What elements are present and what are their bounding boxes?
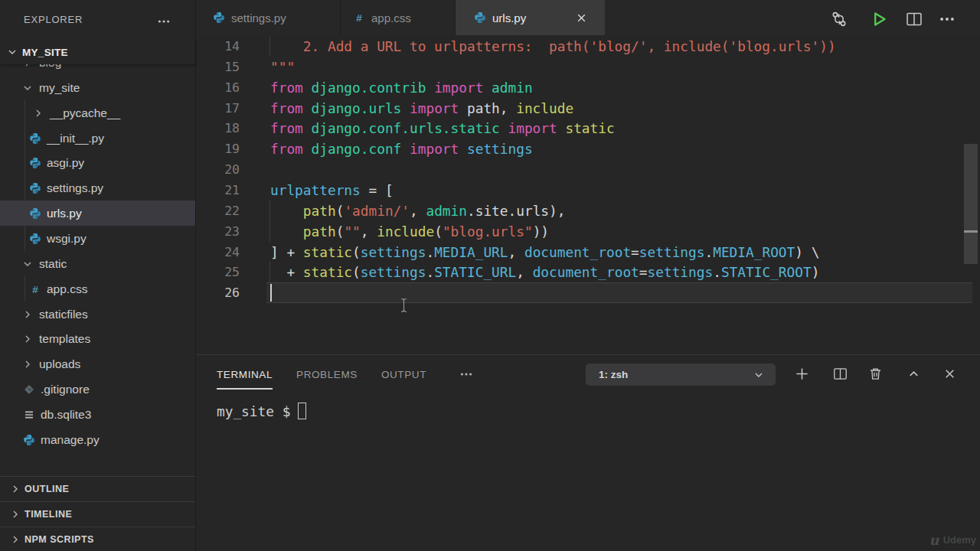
code-editor[interactable]: 14 2. Add a URL to urlpatterns: path('bl… <box>196 35 980 354</box>
python-file-icon <box>29 233 41 245</box>
code-line-18[interactable]: 18from django.conf.urls.static import st… <box>196 118 980 139</box>
chevron-down-icon <box>753 369 765 381</box>
shell-select-label: 1: zsh <box>599 369 628 380</box>
svg-text:#: # <box>32 283 38 295</box>
tree-item-static[interactable]: static <box>0 251 195 276</box>
code-line-23[interactable]: 23 path("", include("blog.urls")) <box>196 221 980 242</box>
tree-item-label: settings.py <box>47 181 103 195</box>
chevron-down-icon <box>21 258 34 270</box>
panel-tab-problems[interactable]: PROBLEMS <box>296 357 358 392</box>
chevron-right-icon <box>9 533 21 546</box>
tree-item-label: uploads <box>39 357 80 371</box>
section-label: TIMELINE <box>24 509 72 520</box>
section-label: NPM SCRIPTS <box>24 534 94 545</box>
tree-item-gitignore[interactable]: .gitignore <box>0 377 195 402</box>
code-line-24[interactable]: 24] + static(settings.MEDIA_URL, documen… <box>196 242 980 262</box>
tab-label: app.css <box>371 11 411 24</box>
panel-tab-terminal[interactable]: TERMINAL <box>217 357 273 392</box>
code-line-15[interactable]: 15""" <box>196 57 980 77</box>
split-editor-icon[interactable] <box>906 11 923 28</box>
tree-item-label: __init__.py <box>47 132 104 145</box>
python-file-icon <box>29 157 41 169</box>
udemy-watermark-text: Udemy <box>943 534 976 546</box>
tree-item-label: my_site <box>39 81 80 95</box>
tree-item-label: wsgi.py <box>47 232 87 246</box>
code-line-25[interactable]: 25 + static(settings.STATIC_URL, documen… <box>196 262 980 282</box>
tree-item-templates[interactable]: templates <box>0 326 195 351</box>
code-line-26[interactable]: 26 <box>196 282 980 303</box>
tab-label: urls.py <box>492 11 526 24</box>
tree-item-db-sqlite3[interactable]: db.sqlite3 <box>0 402 195 427</box>
line-number: 24 <box>196 242 240 262</box>
tree-item-staticfiles[interactable]: staticfiles <box>0 302 195 327</box>
tree-item-app-css[interactable]: #app.css <box>0 276 195 302</box>
tree-item-asgi-py[interactable]: asgi.py <box>0 150 195 175</box>
maximize-panel-button[interactable] <box>906 367 921 381</box>
tab-label: settings.py <box>231 11 286 24</box>
tree-item-my-site[interactable]: my_site <box>0 75 195 100</box>
kill-terminal-button[interactable] <box>868 367 883 381</box>
code-line-14[interactable]: 14 2. Add a URL to urlpatterns: path('bl… <box>196 36 980 57</box>
line-number: 20 <box>196 159 240 180</box>
tree-item-label: manage.py <box>41 433 100 447</box>
section-timeline[interactable]: TIMELINE <box>0 501 195 527</box>
tree-item-label: app.css <box>47 282 87 296</box>
file-tree: blogmy_site__pycache____init__.pyasgi.py… <box>0 0 195 474</box>
line-number: 25 <box>196 262 240 282</box>
tree-item-label: templates <box>39 332 90 346</box>
tree-item-urls-py[interactable]: urls.py <box>0 201 195 226</box>
new-terminal-button[interactable] <box>795 367 809 381</box>
panel-tab-output[interactable]: OUTPUT <box>381 357 426 392</box>
code-text: + static(settings.STATIC_URL, document_r… <box>270 262 819 282</box>
project-root-label: MY_SITE <box>22 47 68 58</box>
tree-root-my-site[interactable]: MY_SITE <box>0 40 195 64</box>
code-line-17[interactable]: 17from django.urls import path, include <box>196 98 980 119</box>
chevron-right-icon <box>32 107 44 119</box>
line-number: 15 <box>196 57 240 77</box>
split-terminal-button[interactable] <box>833 367 848 381</box>
run-file-button[interactable] <box>871 11 887 28</box>
explorer-sidebar: EXPLORER blogmy_site__pycache____init__.… <box>0 0 196 551</box>
section-label: OUTLINE <box>24 484 69 494</box>
compare-changes-icon[interactable] <box>831 11 848 28</box>
tree-item-uploads[interactable]: uploads <box>0 351 195 377</box>
svg-text:#: # <box>356 12 362 24</box>
code-text: path('admin/', admin.site.urls), <box>270 201 565 221</box>
python-file-icon <box>474 11 486 24</box>
tree-item-wsgi-py[interactable]: wsgi.py <box>0 226 195 251</box>
code-line-20[interactable]: 20 <box>196 159 980 180</box>
tree-item-init-py[interactable]: __init__.py <box>0 126 195 151</box>
terminal-prompt-text: my_site $ <box>217 403 290 419</box>
tree-item-label: .gitignore <box>41 383 90 396</box>
code-text: 2. Add a URL to urlpatterns: path('blog/… <box>270 36 836 57</box>
terminal-cursor <box>298 403 306 419</box>
code-text: from django.urls import path, include <box>270 98 573 119</box>
udemy-watermark: u Udemy <box>929 532 976 548</box>
tab-urls-py[interactable]: urls.py <box>456 0 605 35</box>
tree-item-pycache[interactable]: __pycache__ <box>0 100 195 126</box>
hash-file-icon: # <box>29 283 41 295</box>
editor-more-actions-icon[interactable] <box>939 11 956 28</box>
tab-settings-py[interactable]: settings.py <box>198 0 341 35</box>
section-outline[interactable]: OUTLINE <box>0 476 195 501</box>
code-text: from django.contrib import admin <box>270 77 533 98</box>
close-panel-button[interactable] <box>942 367 957 381</box>
tree-item-manage-py[interactable]: manage.py <box>0 427 195 452</box>
python-file-icon <box>29 132 41 145</box>
terminal-shell-select[interactable]: 1: zsh <box>586 364 776 386</box>
section-npm-scripts[interactable]: NPM SCRIPTS <box>0 527 195 551</box>
tree-item-settings-py[interactable]: settings.py <box>0 175 195 201</box>
code-line-21[interactable]: 21urlpatterns = [ <box>196 180 980 201</box>
panel-more-icon[interactable] <box>459 367 473 381</box>
code-line-19[interactable]: 19from django.conf import settings <box>196 139 980 159</box>
git-file-icon <box>23 383 35 396</box>
line-number: 23 <box>196 221 240 242</box>
tab-bar: settings.py#app.cssurls.py <box>196 0 980 35</box>
code-line-22[interactable]: 22 path('admin/', admin.site.urls), <box>196 201 980 221</box>
code-line-16[interactable]: 16from django.contrib import admin <box>196 77 980 98</box>
terminal-prompt[interactable]: my_site $ <box>217 401 306 422</box>
close-tab-icon[interactable] <box>575 11 588 24</box>
line-number: 21 <box>196 180 240 201</box>
python-file-icon <box>29 207 41 220</box>
tab-app-css[interactable]: #app.css <box>341 0 456 35</box>
